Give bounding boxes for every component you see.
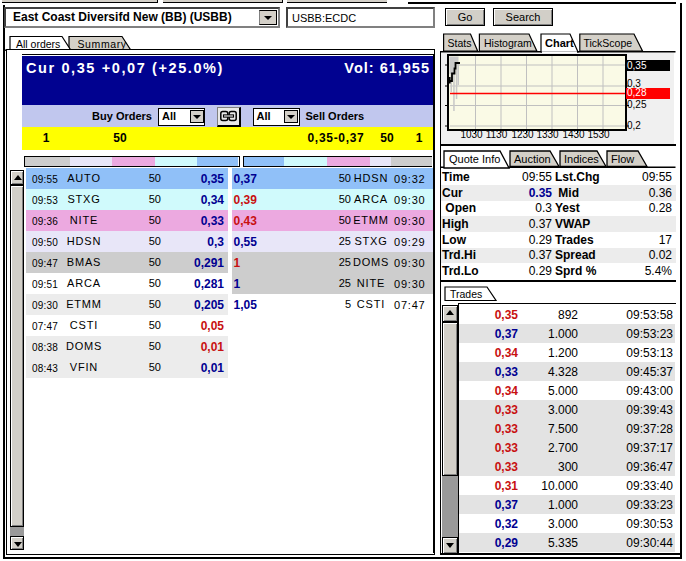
svg-text:Indices: Indices — [564, 153, 599, 165]
svg-text:Trades: Trades — [450, 288, 482, 300]
svg-text:Stats: Stats — [448, 37, 472, 49]
svg-text:All orders: All orders — [16, 38, 60, 50]
svg-text:Auction: Auction — [514, 153, 551, 165]
svg-text:TickScope: TickScope — [584, 37, 633, 49]
svg-text:Flow: Flow — [611, 153, 634, 165]
svg-text:Summary: Summary — [78, 38, 127, 50]
svg-text:Quote Info: Quote Info — [449, 153, 500, 165]
svg-text:Chart: Chart — [545, 37, 574, 49]
svg-text:Histogram: Histogram — [484, 37, 532, 49]
